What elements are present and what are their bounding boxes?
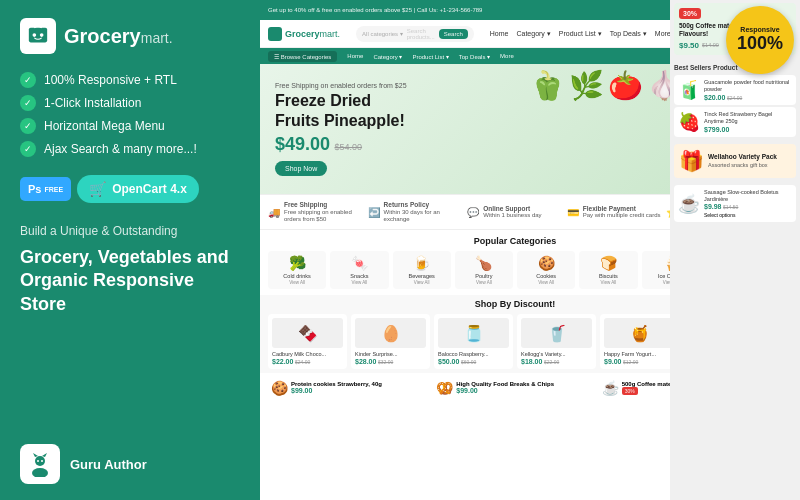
shipping-icon: 🚚 xyxy=(268,207,280,218)
snacks-icon: 🍬 xyxy=(332,255,386,271)
nav-search[interactable]: All categories ▾ Search products... Sear… xyxy=(356,26,474,42)
veggie-asparagus: 🌿 xyxy=(569,69,604,102)
opencart-badge: 🛒 OpenCart 4.x xyxy=(77,175,199,203)
bp-img-1: 🍪 xyxy=(271,380,288,396)
product-price-3: $50.00 xyxy=(438,358,459,365)
hero-subtitle: Free Shipping on enabled orders from $25 xyxy=(275,82,407,89)
product-card-5[interactable]: 🍯 Happy Farm Yogurt... $9.00 $12.00 xyxy=(600,314,679,369)
product-name-1: Cadbury Milk Choco... xyxy=(272,351,343,358)
category-item-biscuits[interactable]: 🍞 BiscuitsView All xyxy=(579,251,637,289)
subnav-product[interactable]: Product List ▾ xyxy=(412,53,448,60)
nav-logo-icon xyxy=(268,27,282,41)
right-panel: 30% 500g Coffee mate with Flavours! $9.5… xyxy=(670,0,800,500)
hero-price-orig: $54.00 xyxy=(335,142,363,152)
product-orig-5: $12.00 xyxy=(623,359,638,365)
check-icon: ✓ xyxy=(20,95,36,111)
bottom-product-1[interactable]: 🍪 Protein cookies Strawberry, 40g $99.00 xyxy=(268,377,431,399)
hero-text: Free Shipping on enabled orders from $25… xyxy=(275,82,407,175)
nav-home[interactable]: Home xyxy=(490,30,509,38)
author-avatar xyxy=(20,444,60,484)
feature-support: 💬 Online SupportWithin 1 business day xyxy=(467,201,563,223)
svg-rect-0 xyxy=(29,28,47,43)
browse-categories[interactable]: ☰ Browse Categories xyxy=(268,51,337,62)
colddrinks-icon: 🥦 xyxy=(270,255,324,271)
logo-text: Grocerymart. xyxy=(64,25,173,48)
beverages-icon: 🍺 xyxy=(395,255,449,271)
cart-icon: 🛒 xyxy=(89,181,106,197)
category-item-colddrinks[interactable]: 🥦 Cold drinksView All xyxy=(268,251,326,289)
subnav-category[interactable]: Category ▾ xyxy=(373,53,402,60)
product-img-4: 🥤 xyxy=(521,318,592,348)
best-seller-2[interactable]: 🍓 Tinck Red Strawberry Bagel Anytime 250… xyxy=(674,107,796,137)
category-item-cookies[interactable]: 🍪 CookiesView All xyxy=(517,251,575,289)
category-item-beverages[interactable]: 🍺 BeveragesView All xyxy=(393,251,451,289)
best-seller-3[interactable]: ☕ Sausage Slow-cooked Boletus Jardinière… xyxy=(674,185,796,222)
bs-info-3: Sausage Slow-cooked Boletus Jardinière $… xyxy=(704,189,792,218)
product-card-1[interactable]: 🍫 Cadbury Milk Choco... $22.00 $24.00 xyxy=(268,314,347,369)
hero-price-area: $49.00 $54.00 xyxy=(275,134,407,155)
support-title: Online Support xyxy=(483,205,541,213)
check-icon: ✓ xyxy=(20,72,36,88)
feature-label: Ajax Search & many more...! xyxy=(44,142,197,156)
wellahoo-name: Wellahoo Variety Pack xyxy=(708,153,777,160)
product-name-4: Kellogg's Variety... xyxy=(521,351,592,358)
svg-point-2 xyxy=(40,33,44,37)
bs-img-3: ☕ xyxy=(678,193,700,215)
search-placeholder: All categories ▾ xyxy=(362,30,403,37)
payment-desc: Pay with multiple credit cards xyxy=(583,212,661,219)
nav-product[interactable]: Product List ▾ xyxy=(559,30,602,38)
bs-info-1: Guacamole powder food nutritional powder… xyxy=(704,79,792,100)
product-price-4: $18.00 xyxy=(521,358,542,365)
svg-marker-6 xyxy=(42,453,47,457)
product-orig-3: $60.00 xyxy=(461,359,476,365)
nav-category[interactable]: Category ▾ xyxy=(516,30,550,38)
feature-label: 1-Click Installation xyxy=(44,96,141,110)
product-orig-1: $24.00 xyxy=(295,359,310,365)
bs-orig-1: $24.00 xyxy=(727,95,742,101)
nav-logo-text: Grocerymart. xyxy=(285,29,340,39)
hero-title: Freeze DriedFruits Pineapple! xyxy=(275,91,407,129)
bs-select-3[interactable]: Select options xyxy=(704,212,792,218)
svg-point-4 xyxy=(32,468,48,477)
logo-icon xyxy=(20,18,56,54)
bp-price-2: $99.00 xyxy=(456,387,554,394)
nav-more[interactable]: More xyxy=(655,30,671,38)
feature-returns: ↩️ Returns PolicyWithin 30 days for an e… xyxy=(368,201,464,223)
feature-item: ✓ Horizontal Mega Menu xyxy=(20,118,240,134)
subnav-home[interactable]: Home xyxy=(347,53,363,59)
returns-title: Returns Policy xyxy=(384,201,464,209)
returns-icon: ↩️ xyxy=(368,207,380,218)
product-name-3: Balocco Raspberry... xyxy=(438,351,509,358)
search-button[interactable]: Search xyxy=(439,29,468,39)
author-name: Guru Author xyxy=(70,457,147,472)
shipping-desc: Free shipping on enabled orders from $50 xyxy=(284,209,364,223)
feature-payment: 💳 Flexible PaymentPay with multiple cred… xyxy=(567,201,663,223)
payment-icon: 💳 xyxy=(567,207,579,218)
colddrinks-label: Cold drinksView All xyxy=(270,273,324,285)
bs-img-2: 🍓 xyxy=(678,111,700,133)
product-price-5: $9.00 xyxy=(604,358,622,365)
hero-cta-button[interactable]: Shop Now xyxy=(275,161,327,176)
opencart-label: OpenCart 4.x xyxy=(112,182,187,196)
best-seller-1[interactable]: 🧃 Guacamole powder food nutritional powd… xyxy=(674,75,796,105)
support-desc: Within 1 business day xyxy=(483,212,541,219)
bs-price-3: $9.98 xyxy=(704,203,722,210)
category-item-snacks[interactable]: 🍬 SnacksView All xyxy=(330,251,388,289)
bottom-product-2[interactable]: 🥨 High Quality Food Breaks & Chips $99.0… xyxy=(433,377,596,399)
bs-price-1: $20.00 xyxy=(704,94,725,101)
product-card-2[interactable]: 🥚 Kinder Surprise... $28.00 $32.00 xyxy=(351,314,430,369)
bp-img-2: 🥨 xyxy=(436,380,453,396)
subnav-topdeals[interactable]: Top Deals ▾ xyxy=(459,53,490,60)
product-card-4[interactable]: 🥤 Kellogg's Variety... $18.00 $22.00 xyxy=(517,314,596,369)
responsive-pct: 100% xyxy=(737,34,783,54)
author-area: Guru Author xyxy=(20,444,147,484)
beverages-label: BeveragesView All xyxy=(395,273,449,285)
subnav-more[interactable]: More xyxy=(500,53,514,59)
category-item-poultry[interactable]: 🍗 PoultryView All xyxy=(455,251,513,289)
poultry-label: PoultryView All xyxy=(457,273,511,285)
bp-info-1: Protein cookies Strawberry, 40g $99.00 xyxy=(291,381,382,394)
product-card-3[interactable]: 🫙 Balocco Raspberry... $50.00 $60.00 xyxy=(434,314,513,369)
product-name-5: Happy Farm Yogurt... xyxy=(604,351,675,358)
nav-topdeals[interactable]: Top Deals ▾ xyxy=(610,30,647,38)
wellahoo-product: 🎁 Wellahoo Variety Pack Assorted snacks … xyxy=(674,144,796,178)
